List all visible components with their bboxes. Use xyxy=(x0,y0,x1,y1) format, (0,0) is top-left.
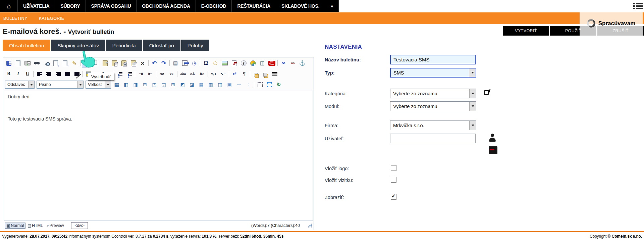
youtube-button[interactable]: YouTube xyxy=(267,59,276,67)
lowercase-button[interactable]: Aa xyxy=(198,69,206,78)
tab-obsah-bulletinu[interactable]: Obsah bulletinu xyxy=(3,40,50,51)
mode-preview-button[interactable]: ⌕Preview xyxy=(45,223,65,229)
mode-html-button[interactable]: ▤HTML xyxy=(26,223,45,229)
element-path-tag[interactable]: <div> xyxy=(71,222,88,229)
assign-user-icon[interactable] xyxy=(484,88,492,96)
ordered-list-button[interactable] xyxy=(115,69,124,78)
insert-pdf-button[interactable]: A xyxy=(230,59,238,67)
insert-date-button[interactable]: 7 xyxy=(180,59,189,67)
undo-button[interactable]: ↶ xyxy=(150,59,159,67)
table-layout-2-button[interactable]: ▣ xyxy=(225,80,234,89)
new-document-button[interactable] xyxy=(14,59,22,67)
italic-button[interactable]: I xyxy=(14,69,22,78)
nav-item-restauracia[interactable]: REŠTAURÁCIA xyxy=(232,0,276,12)
split-cell-down-button[interactable]: ◱ xyxy=(159,80,168,89)
mode-normal-button[interactable]: ▣Normal xyxy=(5,223,25,229)
editor-content[interactable]: Dobrý deň Toto je testovacia SMS správa. xyxy=(4,91,313,221)
nav-item-subory[interactable]: SÚBORY xyxy=(55,0,86,12)
chevron-down-icon[interactable] xyxy=(469,102,476,111)
vlozit-logo-checkbox[interactable] xyxy=(391,165,396,171)
paragraph-marks-button[interactable]: ¶ xyxy=(240,69,249,78)
nav-item-sprava-obsahu[interactable]: SPRÁVA OBSAHU xyxy=(86,0,137,12)
nav-item-uzivatelia[interactable]: UŽÍVATELIA xyxy=(18,0,55,12)
person-icon[interactable] xyxy=(489,134,496,142)
horizontal-rule-button[interactable] xyxy=(270,69,279,78)
paste-special-button[interactable]: = xyxy=(110,59,119,67)
insert-column-right-button[interactable]: ◨ xyxy=(131,80,140,89)
odstavec-dropdown[interactable]: Odstavec xyxy=(5,81,35,89)
vytvorit-button[interactable]: VYTVORIŤ xyxy=(503,26,549,36)
delete-button[interactable]: × xyxy=(138,59,147,67)
emoticon-button[interactable]: ☺ xyxy=(211,59,220,67)
subscript-button[interactable]: x2 xyxy=(167,69,176,78)
nav-item-obchodna-agenda[interactable]: OBCHODNÁ AGENDA xyxy=(137,0,196,12)
cells-column-button[interactable]: : xyxy=(244,80,253,89)
save-button[interactable] xyxy=(4,59,13,67)
kategoria-select[interactable]: Vyberte zo zoznamu xyxy=(390,89,476,98)
insert-column-left-button[interactable]: ◧ xyxy=(122,80,130,89)
uzivatel-input[interactable] xyxy=(390,134,476,143)
table-borders-button[interactable] xyxy=(256,80,264,89)
select-plus-button[interactable]: ↖+ xyxy=(209,69,218,78)
bring-forward-button[interactable] xyxy=(252,69,260,78)
tab-odoslat-po[interactable]: Odoslať po xyxy=(143,40,180,51)
insert-cell-left-button[interactable]: ◩ xyxy=(178,80,187,89)
chevron-down-icon[interactable] xyxy=(28,81,34,88)
nazov-buletinu-input[interactable]: Testovacia SMS xyxy=(390,55,476,64)
paste-from-word-button[interactable]: W xyxy=(119,59,128,67)
outdent-button[interactable]: ⇤ xyxy=(146,69,155,78)
insert-row-button[interactable]: ⊟ xyxy=(141,80,149,89)
search-document-button[interactable] xyxy=(42,59,51,67)
special-characters-button[interactable]: Ω xyxy=(202,59,210,67)
insert-time-button[interactable]: ◷ xyxy=(190,59,199,67)
nav-item-skladove-hos[interactable]: SKLADOVÉ HOS. xyxy=(276,0,325,12)
align-justify-button[interactable] xyxy=(63,69,72,78)
tab-prilohy[interactable]: Prílohy xyxy=(181,40,210,51)
chevron-down-icon[interactable] xyxy=(469,89,476,98)
tab-skupiny-adresatov[interactable]: Skupiny adresátov xyxy=(51,40,105,51)
paste-as-text-button[interactable]: <> xyxy=(129,59,138,67)
redo-button[interactable]: ↷ xyxy=(159,59,168,67)
send-backward-button[interactable] xyxy=(261,69,270,78)
select-minus-button[interactable]: ↖− xyxy=(219,69,227,78)
insert-template-button[interactable]: ▤ xyxy=(171,59,180,67)
insert-table-button[interactable]: ▦ xyxy=(112,80,121,89)
chevron-down-icon[interactable] xyxy=(77,81,83,88)
home-icon[interactable]: ⌂ xyxy=(0,0,18,12)
edit-frame-button[interactable] xyxy=(265,80,274,89)
subnav-item-bulletiny[interactable]: BULLETINY xyxy=(3,16,28,21)
resize-grip-icon[interactable] xyxy=(308,224,312,228)
table-grid-header-button[interactable]: ▥ xyxy=(206,80,215,89)
insert-table-layout-button[interactable]: ◫ xyxy=(258,59,267,67)
anchor-button[interactable]: ⚓ xyxy=(298,59,307,67)
align-left-button[interactable] xyxy=(35,69,44,78)
align-center-button[interactable] xyxy=(44,69,53,78)
hyperlink-button[interactable]: ∞ xyxy=(279,59,288,67)
cells-row-button[interactable]: ╌╌ xyxy=(234,80,243,89)
typ-select[interactable]: SMS xyxy=(390,68,476,78)
subnav-item-kategorie[interactable]: KATEGÓRIE xyxy=(39,16,64,21)
remove-hyperlink-button[interactable]: ∞ xyxy=(288,59,297,67)
line-break-button[interactable]: ↵ xyxy=(230,69,239,78)
align-right-button[interactable] xyxy=(54,69,62,78)
refresh-content-button[interactable]: ↻ xyxy=(274,80,283,89)
print-button[interactable] xyxy=(23,59,32,67)
export-template-button[interactable] xyxy=(61,59,69,67)
tab-periodicita[interactable]: Periodicita xyxy=(106,40,142,51)
nav-item-more[interactable]: » xyxy=(325,0,339,12)
superscript-button[interactable]: x2 xyxy=(158,69,166,78)
insert-image-button[interactable] xyxy=(220,59,229,67)
table-grid-button[interactable]: ▦ xyxy=(197,80,206,89)
firma-select[interactable]: Mrkvička s.r.o. xyxy=(390,121,476,130)
table-layout-button[interactable]: ◫ xyxy=(216,80,224,89)
find-button[interactable] xyxy=(33,59,41,67)
insert-media-button[interactable] xyxy=(249,59,257,67)
strikethrough-button[interactable]: abc xyxy=(179,69,187,78)
chevron-down-icon[interactable] xyxy=(105,81,111,88)
clean-format-button[interactable]: ✎ xyxy=(70,59,79,67)
velkost-dropdown[interactable]: Veľkosť xyxy=(86,81,111,89)
split-cell-button[interactable]: ⊞ xyxy=(169,80,177,89)
chevron-down-icon[interactable] xyxy=(469,121,476,130)
menu-list-icon[interactable] xyxy=(633,3,643,9)
bold-button[interactable]: B xyxy=(4,69,13,78)
